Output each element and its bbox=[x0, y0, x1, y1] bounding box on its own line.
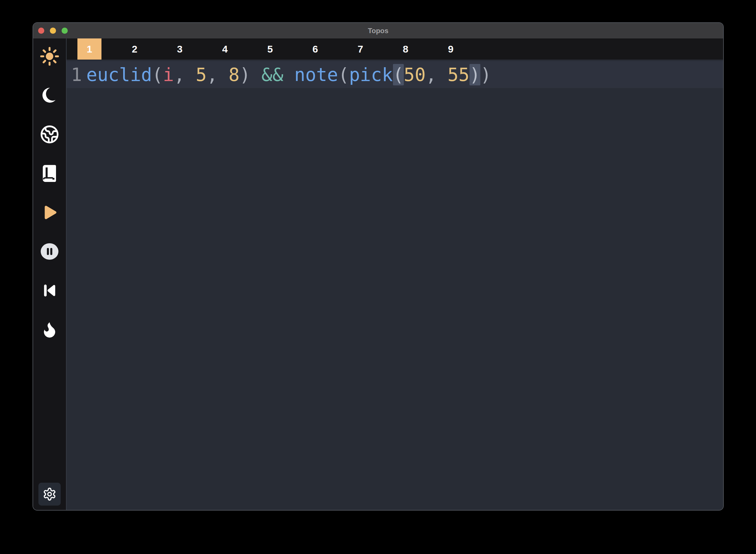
code-token: , bbox=[174, 64, 196, 86]
code-token: 8 bbox=[229, 64, 240, 86]
code-token: ) bbox=[240, 64, 262, 86]
code-token: ) bbox=[480, 64, 491, 86]
code-token: 5 bbox=[196, 64, 207, 86]
desktop: Topos bbox=[0, 0, 756, 554]
tab-4[interactable]: 4 bbox=[213, 39, 237, 60]
code-token: , bbox=[207, 64, 229, 86]
flame-icon[interactable] bbox=[40, 320, 59, 339]
globe-icon[interactable] bbox=[40, 125, 59, 144]
code-token: ) bbox=[469, 64, 480, 86]
sun-icon[interactable] bbox=[40, 47, 59, 66]
code-token: note bbox=[295, 64, 338, 86]
code-token: , bbox=[426, 64, 448, 86]
settings-button[interactable] bbox=[39, 483, 61, 506]
code-token: ( bbox=[338, 64, 349, 86]
skip-back-icon[interactable] bbox=[40, 281, 59, 300]
tab-6[interactable]: 6 bbox=[303, 39, 327, 60]
gear-icon bbox=[43, 487, 57, 501]
code-token: euclid bbox=[86, 64, 152, 86]
app-window: Topos bbox=[33, 23, 723, 510]
code-token: i bbox=[163, 64, 174, 86]
tab-9[interactable]: 9 bbox=[439, 39, 463, 60]
main-panel: 123456789 1 euclid(i, 5, 8) && note(pick… bbox=[66, 39, 723, 510]
title-bar[interactable]: Topos bbox=[33, 23, 723, 39]
tab-1[interactable]: 1 bbox=[77, 39, 102, 60]
window-title: Topos bbox=[33, 27, 723, 35]
active-code-line[interactable]: 1 euclid(i, 5, 8) && note(pick(50, 55)) bbox=[67, 61, 723, 88]
code-token: ( bbox=[152, 64, 163, 86]
code-token: 55 bbox=[447, 64, 469, 86]
code-token: ( bbox=[393, 64, 404, 86]
tab-2[interactable]: 2 bbox=[123, 39, 147, 60]
pattern-tab-bar: 123456789 bbox=[67, 39, 723, 60]
book-icon[interactable] bbox=[40, 164, 59, 183]
code-editor[interactable]: 1 euclid(i, 5, 8) && note(pick(50, 55)) bbox=[67, 60, 723, 510]
code-token: && bbox=[262, 64, 284, 86]
moon-icon[interactable] bbox=[40, 86, 59, 105]
code-token: 50 bbox=[404, 64, 426, 86]
tab-3[interactable]: 3 bbox=[168, 39, 192, 60]
line-number: 1 bbox=[67, 64, 82, 86]
code-token bbox=[283, 64, 294, 86]
tab-8[interactable]: 8 bbox=[393, 39, 418, 60]
play-icon[interactable] bbox=[40, 203, 59, 222]
code-text: euclid(i, 5, 8) && note(pick(50, 55)) bbox=[86, 64, 491, 86]
tab-5[interactable]: 5 bbox=[258, 39, 282, 60]
tab-7[interactable]: 7 bbox=[349, 39, 372, 60]
sidebar bbox=[33, 39, 66, 510]
code-token: pick bbox=[349, 64, 393, 86]
pause-icon[interactable] bbox=[40, 242, 59, 261]
